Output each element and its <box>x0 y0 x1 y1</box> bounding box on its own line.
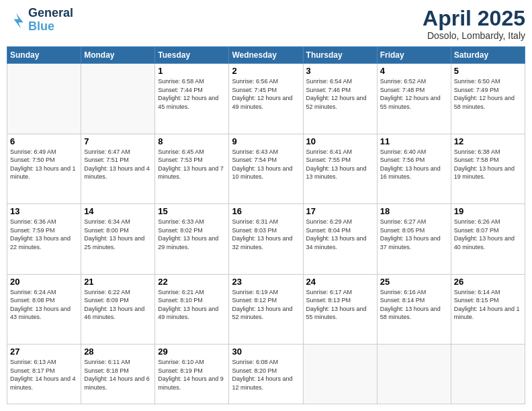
day-number: 30 <box>232 347 300 357</box>
day-number: 10 <box>306 136 374 146</box>
calendar-cell: 27Sunrise: 6:13 AMSunset: 8:17 PMDayligh… <box>7 344 81 404</box>
day-number: 4 <box>380 66 448 76</box>
calendar-cell <box>81 64 155 134</box>
week-row-2: 6Sunrise: 6:49 AMSunset: 7:50 PMDaylight… <box>7 134 525 203</box>
day-number: 26 <box>454 277 522 287</box>
day-info: Sunrise: 6:45 AMSunset: 7:53 PMDaylight:… <box>158 148 226 181</box>
calendar-cell: 29Sunrise: 6:10 AMSunset: 8:19 PMDayligh… <box>155 344 229 404</box>
day-number: 5 <box>454 66 522 76</box>
day-info: Sunrise: 6:58 AMSunset: 7:44 PMDaylight:… <box>158 77 226 111</box>
week-row-4: 20Sunrise: 6:24 AMSunset: 8:08 PMDayligh… <box>7 274 525 344</box>
day-number: 1 <box>158 66 226 76</box>
day-number: 16 <box>232 206 300 216</box>
day-number: 3 <box>306 66 374 76</box>
day-info: Sunrise: 6:40 AMSunset: 7:56 PMDaylight:… <box>380 148 448 181</box>
calendar-cell: 1Sunrise: 6:58 AMSunset: 7:44 PMDaylight… <box>155 64 229 134</box>
logo-line1: General <box>28 7 73 20</box>
day-info: Sunrise: 6:16 AMSunset: 8:14 PMDaylight:… <box>380 288 448 322</box>
weekday-header-monday: Monday <box>81 47 155 64</box>
calendar-cell: 22Sunrise: 6:21 AMSunset: 8:10 PMDayligh… <box>155 274 229 344</box>
day-info: Sunrise: 6:08 AMSunset: 8:20 PMDaylight:… <box>232 358 300 392</box>
day-info: Sunrise: 6:41 AMSunset: 7:55 PMDaylight:… <box>306 148 374 181</box>
calendar-cell: 8Sunrise: 6:45 AMSunset: 7:53 PMDaylight… <box>155 134 229 203</box>
weekday-header-saturday: Saturday <box>451 47 525 64</box>
day-number: 19 <box>454 206 522 216</box>
day-info: Sunrise: 6:47 AMSunset: 7:51 PMDaylight:… <box>84 148 152 181</box>
calendar-cell: 10Sunrise: 6:41 AMSunset: 7:55 PMDayligh… <box>303 134 377 203</box>
day-number: 24 <box>306 277 374 287</box>
day-number: 6 <box>10 136 78 146</box>
calendar-cell: 19Sunrise: 6:26 AMSunset: 8:07 PMDayligh… <box>451 204 525 274</box>
day-info: Sunrise: 6:34 AMSunset: 8:00 PMDaylight:… <box>84 218 152 251</box>
weekday-header-sunday: Sunday <box>7 47 81 64</box>
day-number: 13 <box>10 206 78 216</box>
day-info: Sunrise: 6:31 AMSunset: 8:03 PMDaylight:… <box>232 218 300 251</box>
day-info: Sunrise: 6:56 AMSunset: 7:45 PMDaylight:… <box>232 77 300 111</box>
calendar-cell: 16Sunrise: 6:31 AMSunset: 8:03 PMDayligh… <box>229 204 303 274</box>
calendar-cell: 3Sunrise: 6:54 AMSunset: 7:46 PMDaylight… <box>303 64 377 134</box>
day-number: 2 <box>232 66 300 76</box>
day-info: Sunrise: 6:10 AMSunset: 8:19 PMDaylight:… <box>158 358 226 392</box>
day-number: 25 <box>380 277 448 287</box>
day-info: Sunrise: 6:50 AMSunset: 7:49 PMDaylight:… <box>454 77 522 111</box>
calendar-cell: 26Sunrise: 6:14 AMSunset: 8:15 PMDayligh… <box>451 274 525 344</box>
day-number: 21 <box>84 277 152 287</box>
calendar-cell: 9Sunrise: 6:43 AMSunset: 7:54 PMDaylight… <box>229 134 303 203</box>
day-info: Sunrise: 6:21 AMSunset: 8:10 PMDaylight:… <box>158 288 226 322</box>
calendar-cell: 28Sunrise: 6:11 AMSunset: 8:18 PMDayligh… <box>81 344 155 404</box>
weekday-header-tuesday: Tuesday <box>155 47 229 64</box>
calendar-cell: 24Sunrise: 6:17 AMSunset: 8:13 PMDayligh… <box>303 274 377 344</box>
logo-icon <box>7 11 26 30</box>
day-info: Sunrise: 6:43 AMSunset: 7:54 PMDaylight:… <box>232 148 300 181</box>
day-number: 27 <box>10 347 78 357</box>
calendar-cell: 6Sunrise: 6:49 AMSunset: 7:50 PMDaylight… <box>7 134 81 203</box>
day-info: Sunrise: 6:29 AMSunset: 8:04 PMDaylight:… <box>306 218 374 251</box>
calendar-cell <box>7 64 81 134</box>
calendar-cell: 25Sunrise: 6:16 AMSunset: 8:14 PMDayligh… <box>377 274 451 344</box>
week-row-5: 27Sunrise: 6:13 AMSunset: 8:17 PMDayligh… <box>7 344 525 404</box>
calendar-subtitle: Dosolo, Lombardy, Italy <box>423 30 525 41</box>
day-info: Sunrise: 6:13 AMSunset: 8:17 PMDaylight:… <box>10 358 78 392</box>
calendar-cell: 14Sunrise: 6:34 AMSunset: 8:00 PMDayligh… <box>81 204 155 274</box>
calendar-cell: 12Sunrise: 6:38 AMSunset: 7:58 PMDayligh… <box>451 134 525 203</box>
calendar-cell <box>451 344 525 404</box>
calendar-cell <box>303 344 377 404</box>
weekday-header-row: SundayMondayTuesdayWednesdayThursdayFrid… <box>7 47 525 64</box>
calendar-cell <box>377 344 451 404</box>
day-info: Sunrise: 6:17 AMSunset: 8:13 PMDaylight:… <box>306 288 374 322</box>
calendar-cell: 5Sunrise: 6:50 AMSunset: 7:49 PMDaylight… <box>451 64 525 134</box>
weekday-header-wednesday: Wednesday <box>229 47 303 64</box>
calendar-cell: 11Sunrise: 6:40 AMSunset: 7:56 PMDayligh… <box>377 134 451 203</box>
day-info: Sunrise: 6:54 AMSunset: 7:46 PMDaylight:… <box>306 77 374 111</box>
day-info: Sunrise: 6:26 AMSunset: 8:07 PMDaylight:… <box>454 218 522 251</box>
calendar-cell: 7Sunrise: 6:47 AMSunset: 7:51 PMDaylight… <box>81 134 155 203</box>
logo-text: General Blue <box>28 7 73 34</box>
logo-line2: Blue <box>28 20 73 34</box>
day-number: 28 <box>84 347 152 357</box>
day-number: 23 <box>232 277 300 287</box>
day-info: Sunrise: 6:38 AMSunset: 7:58 PMDaylight:… <box>454 148 522 181</box>
day-info: Sunrise: 6:49 AMSunset: 7:50 PMDaylight:… <box>10 148 78 181</box>
day-info: Sunrise: 6:24 AMSunset: 8:08 PMDaylight:… <box>10 288 78 322</box>
calendar-cell: 17Sunrise: 6:29 AMSunset: 8:04 PMDayligh… <box>303 204 377 274</box>
calendar-table: SundayMondayTuesdayWednesdayThursdayFrid… <box>7 46 525 404</box>
day-info: Sunrise: 6:27 AMSunset: 8:05 PMDaylight:… <box>380 218 448 251</box>
calendar-cell: 18Sunrise: 6:27 AMSunset: 8:05 PMDayligh… <box>377 204 451 274</box>
week-row-1: 1Sunrise: 6:58 AMSunset: 7:44 PMDaylight… <box>7 64 525 134</box>
day-number: 22 <box>158 277 226 287</box>
day-info: Sunrise: 6:19 AMSunset: 8:12 PMDaylight:… <box>232 288 300 322</box>
header: General Blue April 2025 Dosolo, Lombardy… <box>7 7 525 41</box>
calendar-cell: 20Sunrise: 6:24 AMSunset: 8:08 PMDayligh… <box>7 274 81 344</box>
calendar-cell: 21Sunrise: 6:22 AMSunset: 8:09 PMDayligh… <box>81 274 155 344</box>
svg-marker-0 <box>14 13 24 28</box>
page: General Blue April 2025 Dosolo, Lombardy… <box>0 0 532 411</box>
day-info: Sunrise: 6:14 AMSunset: 8:15 PMDaylight:… <box>454 288 522 322</box>
calendar-cell: 23Sunrise: 6:19 AMSunset: 8:12 PMDayligh… <box>229 274 303 344</box>
week-row-3: 13Sunrise: 6:36 AMSunset: 7:59 PMDayligh… <box>7 204 525 274</box>
day-number: 11 <box>380 136 448 146</box>
calendar-title: April 2025 <box>423 7 525 30</box>
weekday-header-friday: Friday <box>377 47 451 64</box>
day-number: 17 <box>306 206 374 216</box>
day-number: 14 <box>84 206 152 216</box>
day-info: Sunrise: 6:11 AMSunset: 8:18 PMDaylight:… <box>84 358 152 392</box>
